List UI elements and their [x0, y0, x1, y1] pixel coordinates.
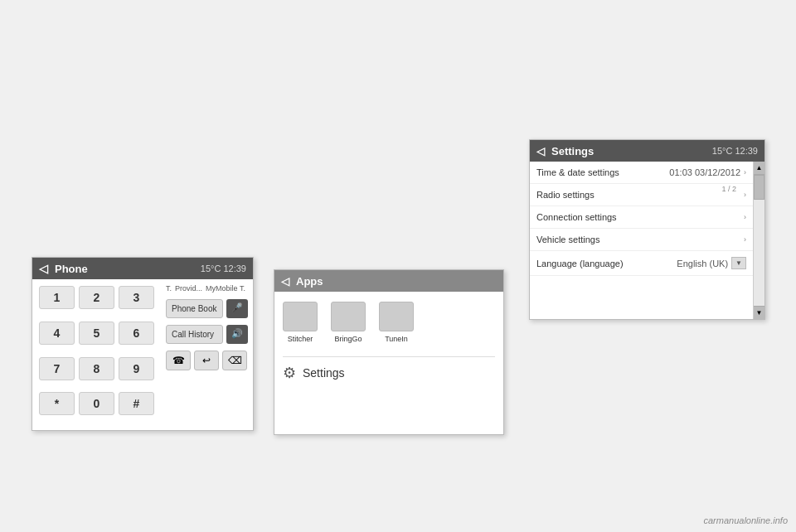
call-history-button[interactable]: Call History [166, 325, 223, 344]
settings-title: Settings [551, 145, 594, 157]
settings-item-vehicle[interactable]: Vehicle settings › [530, 229, 753, 251]
radio-chevron: › [744, 191, 746, 199]
settings-content: 1 / 2 Time & date settings 01:03 03/12/2… [530, 162, 764, 319]
scroll-up-button[interactable]: ▲ [754, 162, 764, 175]
key-1[interactable]: 1 [39, 286, 75, 309]
vehicle-label: Vehicle settings [536, 235, 599, 244]
apps-settings-row[interactable]: ⚙ Settings [283, 356, 495, 382]
phone-right-panel: T. Provid... MyMobile T. Phone Book 🎤 Ca… [161, 279, 253, 430]
settings-item-connection[interactable]: Connection settings › [530, 206, 753, 229]
provider-bar: T. Provid... MyMobile T. [166, 284, 248, 293]
apps-settings-label: Settings [303, 366, 345, 380]
provider-mobile: MyMobile T. [206, 284, 245, 293]
scroll-track [754, 175, 764, 306]
phone-book-label: Phone Book [172, 304, 217, 313]
apps-grid: Stitcher BringGo TuneIn [283, 302, 495, 343]
dropdown-arrow-icon: ▼ [735, 259, 742, 267]
language-value: English (UK) ▼ [677, 257, 746, 269]
apps-title: Apps [296, 275, 323, 288]
bringgo-label: BringGo [334, 335, 362, 343]
watermark: carmanualonline.info [703, 515, 788, 525]
call-button[interactable]: ☎ [166, 351, 191, 370]
language-dropdown[interactable]: ▼ [731, 257, 746, 269]
app-tunein[interactable]: TuneIn [379, 302, 414, 343]
settings-gear-icon: ⚙ [283, 364, 296, 382]
key-star[interactable]: * [39, 392, 75, 415]
phone-bottom-icons: ☎ ↩ ⌫ [166, 351, 248, 370]
scroll-thumb[interactable] [754, 175, 764, 200]
apps-body: Stitcher BringGo TuneIn ⚙ Settings [274, 292, 503, 392]
phone-header: ◁ Phone 15°C 12:39 [32, 258, 253, 279]
settings-back-icon[interactable]: ◁ [536, 145, 545, 157]
settings-item-time-date[interactable]: Time & date settings 01:03 03/12/2012 › [530, 162, 753, 184]
app-bringgo[interactable]: BringGo [331, 302, 366, 343]
key-0[interactable]: 0 [79, 392, 114, 415]
settings-item-radio[interactable]: Radio settings › [530, 184, 753, 206]
language-label: Language (language) [536, 259, 624, 268]
phone-book-button[interactable]: Phone Book [166, 299, 223, 318]
key-8[interactable]: 8 [79, 357, 114, 380]
call-history-label: Call History [172, 330, 214, 339]
stitcher-label: Stitcher [288, 335, 313, 343]
time-date-label: Time & date settings [536, 167, 619, 177]
key-6[interactable]: 6 [119, 322, 154, 345]
key-3[interactable]: 3 [119, 286, 154, 309]
bringgo-icon [331, 302, 366, 331]
time-date-chevron: › [744, 168, 746, 177]
connection-label: Connection settings [536, 212, 617, 222]
apps-screen: ◁ Apps Stitcher BringGo TuneIn ⚙ Setting… [274, 269, 504, 435]
phone-status: 15°C 12:39 [201, 264, 246, 273]
mic-button[interactable]: 🎤 [226, 299, 248, 318]
key-5[interactable]: 5 [79, 322, 114, 345]
phone-back-icon[interactable]: ◁ [39, 262, 48, 275]
provider-t: T. [166, 284, 172, 293]
settings-screen: ◁ Settings 15°C 12:39 1 / 2 Time & date … [529, 139, 765, 320]
stitcher-icon [283, 302, 318, 331]
apps-header: ◁ Apps [274, 270, 503, 292]
app-stitcher[interactable]: Stitcher [283, 302, 318, 343]
settings-header: ◁ Settings 15°C 12:39 [530, 140, 764, 162]
connection-chevron: › [744, 213, 746, 221]
key-hash[interactable]: # [119, 392, 154, 415]
scroll-down-button[interactable]: ▼ [754, 306, 764, 319]
key-2[interactable]: 2 [79, 286, 114, 309]
key-7[interactable]: 7 [39, 357, 75, 380]
vehicle-value: › [744, 235, 746, 244]
phone-title: Phone [55, 263, 201, 275]
tunein-label: TuneIn [385, 335, 408, 343]
apps-back-icon[interactable]: ◁ [281, 275, 289, 288]
provider-name: Provid... [175, 284, 202, 293]
end-call-button[interactable]: ↩ [194, 351, 219, 370]
phone-keypad: 1 2 3 4 5 6 7 8 9 * 0 # [32, 279, 161, 430]
phone-body: 1 2 3 4 5 6 7 8 9 * 0 # T. Provid... MyM… [32, 279, 253, 430]
key-4[interactable]: 4 [39, 322, 75, 345]
phone-screen: ◁ Phone 15°C 12:39 1 2 3 4 5 6 7 8 9 * 0… [32, 257, 254, 431]
backspace-button[interactable]: ⌫ [222, 351, 247, 370]
time-date-value: 01:03 03/12/2012 › [669, 167, 746, 177]
vehicle-chevron: › [744, 235, 746, 244]
settings-list: 1 / 2 Time & date settings 01:03 03/12/2… [530, 162, 753, 319]
radio-label: Radio settings [536, 190, 595, 200]
page-indicator: 1 / 2 [721, 185, 736, 193]
radio-value: › [744, 191, 746, 199]
settings-status: 15°C 12:39 [712, 146, 758, 156]
connection-value: › [744, 213, 746, 221]
settings-scrollbar: ▲ ▼ [753, 162, 764, 319]
settings-item-language[interactable]: Language (language) English (UK) ▼ [530, 251, 753, 276]
tunein-icon [379, 302, 414, 331]
mute-button[interactable]: 🔊 [226, 325, 248, 344]
key-9[interactable]: 9 [119, 357, 154, 380]
